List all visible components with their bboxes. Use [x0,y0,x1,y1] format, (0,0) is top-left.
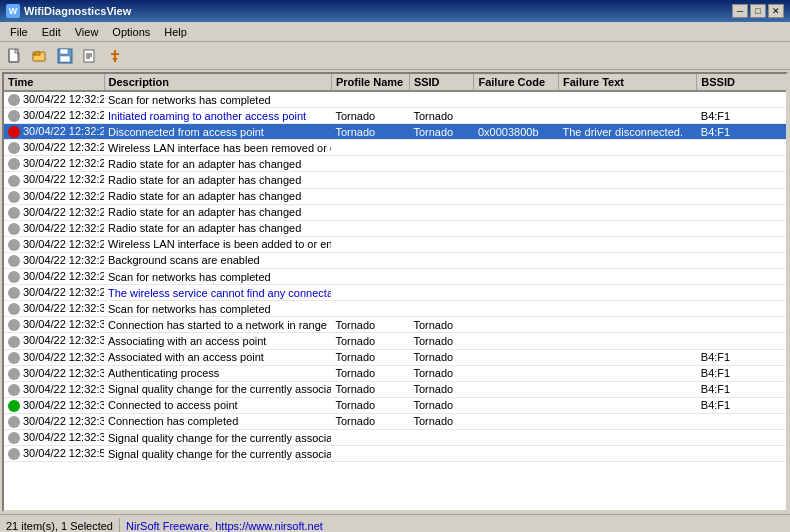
cell-profile [331,269,409,285]
toolbar-open-button[interactable] [29,45,51,67]
table-row[interactable]: 30/04/22 12:32:28... Scan for networks h… [4,269,786,285]
cell-failtext [559,91,697,108]
table-row[interactable]: 30/04/22 12:32:37... Signal quality chan… [4,429,786,445]
col-profile[interactable]: Profile Name [331,74,409,91]
col-failtext[interactable]: Failure Text [559,74,697,91]
cell-ssid [409,285,474,301]
table-row[interactable]: 30/04/22 12:32:34... Associated with an … [4,349,786,365]
cell-desc: Background scans are enabled [104,252,331,268]
cell-failtext [559,333,697,349]
cell-desc: Radio state for an adapter has changed [104,204,331,220]
table-row[interactable]: 30/04/22 12:32:23... Scan for networks h… [4,91,786,108]
cell-desc: Associating with an access point [104,333,331,349]
table-row[interactable]: 30/04/22 12:32:34... Connected to access… [4,397,786,413]
cell-failtext [559,172,697,188]
cell-desc: Radio state for an adapter has changed [104,220,331,236]
cell-ssid [409,269,474,285]
cell-failcode [474,397,559,413]
table-row[interactable]: 30/04/22 12:32:34... Associating with an… [4,333,786,349]
cell-time: 30/04/22 12:32:28... [4,285,104,301]
cell-failtext [559,365,697,381]
cell-ssid [409,429,474,445]
toolbar-export-button[interactable] [79,45,101,67]
cell-bssid: B4:F1 [697,124,786,140]
toolbar-pin-button[interactable] [104,45,126,67]
table-row[interactable]: 30/04/22 12:32:59... Signal quality chan… [4,446,786,462]
cell-bssid [697,317,786,333]
cell-bssid [697,413,786,429]
cell-failtext [559,188,697,204]
col-bssid[interactable]: BSSID [697,74,786,91]
row-status-icon [8,158,20,170]
row-status-icon [8,271,20,283]
menu-file[interactable]: File [4,25,34,39]
cell-ssid [409,220,474,236]
svg-marker-13 [112,58,118,62]
toolbar-new-button[interactable] [4,45,26,67]
status-nirsoft[interactable]: NirSoft Freeware. https://www.nirsoft.ne… [120,518,329,533]
cell-failcode [474,252,559,268]
table-container[interactable]: Time Description Profile Name SSID Failu… [4,74,786,510]
col-failcode[interactable]: Failure Code [474,74,559,91]
table-row[interactable]: 30/04/22 12:32:34... Connection has comp… [4,413,786,429]
table-row[interactable]: 30/04/22 12:32:25... Disconnected from a… [4,124,786,140]
table-row[interactable]: 30/04/22 12:32:26... Wireless LAN interf… [4,236,786,252]
cell-profile [331,252,409,268]
menu-help[interactable]: Help [158,25,193,39]
cell-ssid [409,91,474,108]
cell-failtext [559,156,697,172]
table-row[interactable]: 30/04/22 12:32:28... The wireless servic… [4,285,786,301]
cell-desc: Connection has started to a network in r… [104,317,331,333]
cell-profile [331,446,409,462]
cell-bssid: B4:F1 [697,381,786,397]
cell-failcode [474,140,559,156]
cell-desc: Wireless LAN interface is been added to … [104,236,331,252]
col-desc[interactable]: Description [104,74,331,91]
cell-ssid [409,156,474,172]
cell-time: 30/04/22 12:32:26... [4,172,104,188]
cell-time: 30/04/22 12:32:26... [4,236,104,252]
table-row[interactable]: 30/04/22 12:32:28... Background scans ar… [4,252,786,268]
table-row[interactable]: 30/04/22 12:32:34... Authenticating proc… [4,365,786,381]
cell-desc: Scan for networks has completed [104,301,331,317]
cell-time: 30/04/22 12:32:33... [4,317,104,333]
restore-button[interactable]: □ [750,4,766,18]
cell-bssid [697,252,786,268]
toolbar-save-button[interactable] [54,45,76,67]
minimize-button[interactable]: ─ [732,4,748,18]
cell-bssid: B4:F1 [697,365,786,381]
menu-options[interactable]: Options [106,25,156,39]
table-row[interactable]: 30/04/22 12:32:30... Scan for networks h… [4,301,786,317]
col-time[interactable]: Time [4,74,104,91]
cell-profile: Tornado [331,365,409,381]
cell-time: 30/04/22 12:32:30... [4,301,104,317]
cell-ssid [409,188,474,204]
table-row[interactable]: 30/04/22 12:32:25... Initiated roaming t… [4,108,786,124]
table-row[interactable]: 30/04/22 12:32:26... Radio state for an … [4,204,786,220]
table-row[interactable]: 30/04/22 12:32:26... Radio state for an … [4,172,786,188]
menu-edit[interactable]: Edit [36,25,67,39]
cell-profile [331,301,409,317]
table-row[interactable]: 30/04/22 12:32:26... Radio state for an … [4,156,786,172]
col-ssid[interactable]: SSID [409,74,474,91]
cell-failcode [474,413,559,429]
cell-bssid [697,204,786,220]
close-button[interactable]: ✕ [768,4,784,18]
cell-failtext [559,381,697,397]
table-row[interactable]: 30/04/22 12:32:33... Connection has star… [4,317,786,333]
table-row[interactable]: 30/04/22 12:32:26... Wireless LAN interf… [4,140,786,156]
menu-view[interactable]: View [69,25,105,39]
cell-desc: Scan for networks has completed [104,91,331,108]
cell-failtext [559,301,697,317]
cell-failcode [474,204,559,220]
table-row[interactable]: 30/04/22 12:32:26... Radio state for an … [4,220,786,236]
cell-ssid: Tornado [409,349,474,365]
title-bar: W WifiDiagnosticsView ─ □ ✕ [0,0,790,22]
table-row[interactable]: 30/04/22 12:32:34... Signal quality chan… [4,381,786,397]
table-row[interactable]: 30/04/22 12:32:26... Radio state for an … [4,188,786,204]
cell-time: 30/04/22 12:32:26... [4,188,104,204]
cell-failcode [474,236,559,252]
row-status-icon [8,175,20,187]
row-status-icon [8,126,20,138]
row-status-icon [8,287,20,299]
